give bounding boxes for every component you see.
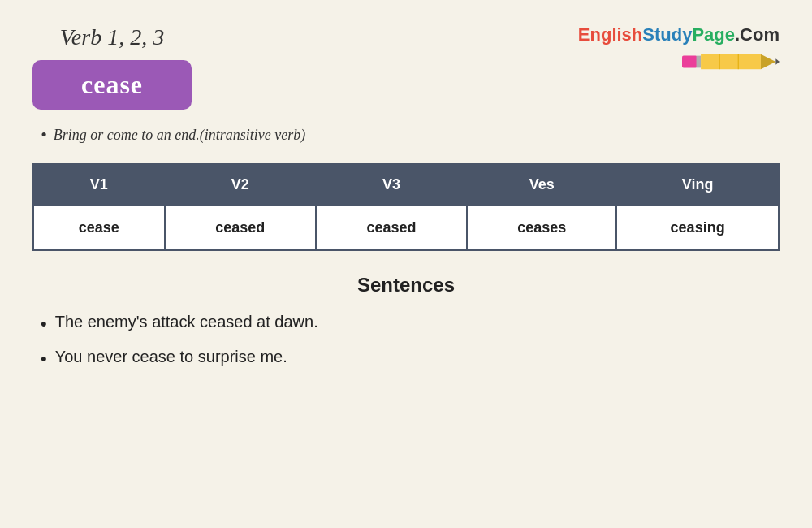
col-header-ves: Ves <box>467 164 616 206</box>
logo-area: EnglishStudyPage.Com <box>578 24 780 73</box>
cell-v1: cease <box>33 206 165 250</box>
sentence-bullet-2: • <box>41 348 47 371</box>
table-row: cease ceased ceased ceases ceasing <box>33 206 779 250</box>
verb-title-area: Verb 1, 2, 3 cease <box>32 24 192 110</box>
svg-marker-3 <box>761 54 775 69</box>
cell-ves: ceases <box>467 206 616 250</box>
sentence-text-1: The enemy's attack ceased at dawn. <box>55 313 318 331</box>
list-item: • The enemy's attack ceased at dawn. <box>41 313 771 336</box>
verb-badge: cease <box>32 60 192 110</box>
logo-text: EnglishStudyPage.Com <box>578 24 780 45</box>
svg-marker-6 <box>775 58 780 64</box>
sentence-bullet-1: • <box>41 313 47 336</box>
pencil-svg <box>682 50 780 73</box>
page-container: Verb 1, 2, 3 cease EnglishStudyPage.Com <box>0 0 812 528</box>
table-header-row: V1 V2 V3 Ves Ving <box>33 164 779 206</box>
col-header-ving: Ving <box>616 164 779 206</box>
sentence-text-2: You never cease to surprise me. <box>55 348 287 366</box>
col-header-v2: V2 <box>165 164 316 206</box>
header-area: Verb 1, 2, 3 cease EnglishStudyPage.Com <box>32 24 780 110</box>
col-header-v3: V3 <box>316 164 467 206</box>
list-item: • You never cease to surprise me. <box>41 348 771 371</box>
verb-label: Verb 1, 2, 3 <box>60 24 164 50</box>
cell-v2: ceased <box>165 206 316 250</box>
svg-rect-1 <box>697 56 702 68</box>
sentences-title: Sentences <box>32 274 780 296</box>
definition-text: • Bring or come to an end.(intransitive … <box>41 126 780 144</box>
sentence-list: • The enemy's attack ceased at dawn. • Y… <box>32 313 780 370</box>
pencil-icon <box>682 50 780 73</box>
col-header-v1: V1 <box>33 164 165 206</box>
cell-v3: ceased <box>316 206 467 250</box>
verb-table: V1 V2 V3 Ves Ving cease ceased ceased ce… <box>32 163 780 251</box>
bullet-dot: • <box>41 126 47 144</box>
svg-rect-2 <box>701 54 761 69</box>
svg-rect-0 <box>682 56 697 68</box>
cell-ving: ceasing <box>616 206 779 250</box>
